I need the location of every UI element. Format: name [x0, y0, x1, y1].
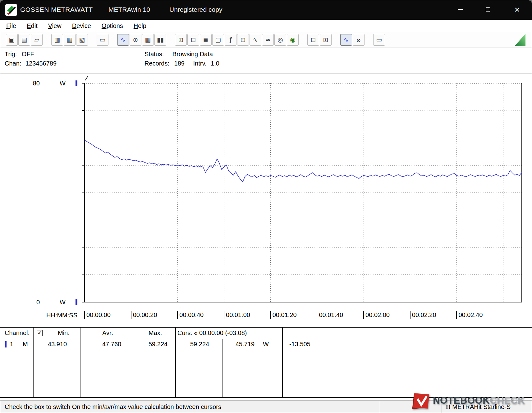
x-tick-mark — [270, 311, 271, 319]
status-label: Status: — [144, 51, 164, 57]
statusbar-divider — [380, 401, 380, 413]
print-preview-button[interactable]: ⊟ — [307, 34, 319, 46]
minimize-button[interactable] — [453, 3, 468, 16]
gossen-metrawatt-logo-icon — [5, 4, 17, 16]
column-separator — [282, 328, 283, 397]
monitor-button[interactable]: ▢ — [212, 34, 224, 46]
menu-edit[interactable]: Edit — [21, 22, 43, 30]
channel-number: 1 — [10, 341, 13, 348]
intrv-value: 1.0 — [211, 60, 219, 67]
filter-button[interactable]: ≈ — [262, 34, 274, 46]
x-tick-label: 00:02:40 — [456, 311, 483, 319]
maximize-button[interactable] — [480, 3, 495, 16]
titlebar-license: Unregistered copy — [169, 6, 222, 13]
power-trace — [85, 140, 522, 182]
floppy-export-icon: ▤ — [21, 36, 27, 43]
save-button[interactable]: ▣ — [6, 34, 18, 46]
x-tick-label: 00:00:20 — [131, 311, 157, 319]
titlebar-brand: GOSSEN METRAWATT — [20, 6, 93, 13]
toolbar-separator — [43, 34, 51, 46]
zoom-curve-button[interactable]: ∿ — [340, 34, 352, 46]
column-separator — [222, 339, 223, 397]
export-report-button[interactable]: ▥ — [51, 34, 63, 46]
line-chart-view-button[interactable]: ∿ — [117, 34, 129, 46]
y-axis-max-label: 80 — [27, 80, 40, 87]
x-tick-mark — [456, 311, 457, 319]
minmax-calc-checkbox[interactable]: ✓ — [37, 330, 43, 336]
x-axis-name: HH:MM:SS — [39, 312, 77, 319]
monitor-icon: ▢ — [215, 36, 221, 43]
x-tick-mark — [363, 311, 364, 319]
notebookcheck-shield-icon — [411, 391, 430, 410]
channel-list-icon: ≣ — [203, 36, 209, 43]
toolbar-separator — [89, 34, 97, 46]
bar-graph-icon: ▮▮ — [157, 36, 164, 43]
database-button[interactable]: ◎ — [274, 34, 286, 46]
memory-card-icon: ▭ — [100, 36, 106, 43]
chan-value: 123456789 — [25, 60, 57, 67]
avr-value: 47.760 — [102, 341, 121, 348]
min-header: Min: — [58, 329, 70, 337]
print-button[interactable]: ⊞ — [320, 34, 332, 46]
menu-bar: FileEditViewDeviceOptionsHelp — [0, 20, 532, 32]
toolbar: ▣▤▱▥▦▧▭∿⊕▦▮▮⊞⊟≣▢ƒ⊡∿≈◎◉⊟⊞∿⌀▭ — [0, 32, 532, 48]
numeric-display-button[interactable]: ⊡ — [237, 34, 249, 46]
trig-value: OFF — [22, 51, 34, 57]
status-panel: Trig: OFF Chan: 123456789 Status: Browsi… — [0, 48, 532, 74]
power-chart-plot[interactable] — [79, 77, 531, 307]
table-view-button[interactable]: ▦ — [142, 34, 154, 46]
cursor1-value: 59.224 — [190, 341, 209, 348]
open-folder-icon: ▱ — [34, 36, 39, 43]
crosshair-icon: ⊕ — [133, 36, 138, 43]
toolbar-separator — [332, 34, 340, 46]
column-separator — [80, 328, 80, 397]
cursor-unit: W — [263, 341, 269, 348]
watermark-text-check: CHECK — [490, 395, 525, 406]
channel-mode: M — [23, 341, 28, 348]
export-data-button[interactable]: ▧ — [76, 34, 88, 46]
save-data-button[interactable]: ▤ — [18, 34, 30, 46]
filter-icon: ≈ — [265, 36, 271, 43]
menu-view[interactable]: View — [43, 22, 67, 30]
x-tick-mark — [131, 311, 131, 319]
menu-help[interactable]: Help — [128, 22, 152, 30]
menu-device[interactable]: Device — [67, 22, 96, 30]
menu-file[interactable]: File — [1, 22, 21, 30]
close-button[interactable]: × — [510, 3, 525, 16]
statusbar-hint: Check the box to switch On the min/avr/m… — [5, 403, 221, 411]
memory-card-button[interactable]: ▭ — [97, 34, 108, 46]
x-tick-mark — [84, 311, 85, 319]
y-axis-min-label: 0 — [27, 299, 40, 306]
intrv-label: Intrv. — [193, 60, 207, 67]
x-tick-mark — [317, 311, 317, 319]
x-tick-mark — [410, 311, 410, 319]
toolbar-separator — [109, 34, 117, 46]
database-icon: ◎ — [277, 36, 283, 43]
open-button[interactable]: ▱ — [31, 34, 43, 46]
column-separator — [128, 328, 128, 397]
zoom-button[interactable]: ⌀ — [353, 34, 365, 46]
records-label: Records: — [144, 60, 169, 67]
titlebar-app-name: METRAwin 10 — [108, 6, 150, 13]
magnifier-icon: ⌀ — [357, 36, 360, 43]
annotation-icon: ▭ — [376, 36, 382, 43]
device-config-button[interactable]: ⊟ — [187, 34, 199, 46]
print-preview-icon: ⊟ — [311, 36, 316, 43]
trigger-button[interactable]: ∿ — [250, 34, 261, 46]
formula-button[interactable]: ƒ — [225, 34, 236, 46]
cursor-header: Curs: « 00:00:00 (-03:08) — [177, 329, 247, 337]
export-table-icon: ▦ — [67, 36, 73, 43]
crosshair-view-button[interactable]: ⊕ — [130, 34, 141, 46]
menu-options[interactable]: Options — [96, 22, 128, 30]
scope-config-button[interactable]: ⊞ — [175, 34, 187, 46]
x-tick-label: 00:00:40 — [177, 311, 204, 319]
bar-graph-view-button[interactable]: ▮▮ — [154, 34, 166, 46]
annotation-button[interactable]: ▭ — [373, 34, 385, 46]
trigger-icon: ∿ — [253, 36, 258, 43]
export-table-button[interactable]: ▦ — [64, 34, 76, 46]
channel-list-button[interactable]: ≣ — [200, 34, 212, 46]
timer-button[interactable]: ◉ — [287, 34, 299, 46]
max-value: 59.224 — [149, 341, 167, 348]
printer-icon: ⊞ — [323, 36, 328, 43]
channel-color-marker-bottom — [76, 299, 77, 305]
